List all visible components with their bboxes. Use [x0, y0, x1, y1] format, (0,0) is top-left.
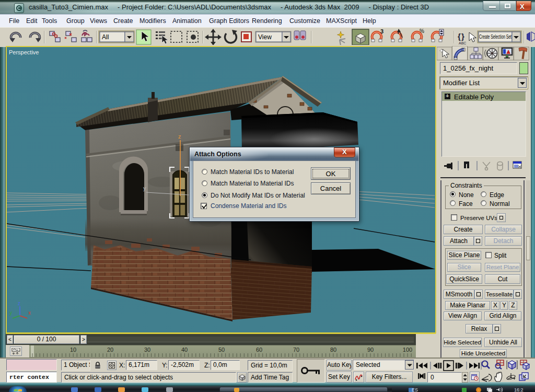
svg-text:Perspective: Perspective	[9, 49, 39, 55]
svg-text:3: 3	[380, 28, 383, 34]
svg-text:{ }: { }	[458, 32, 464, 41]
svg-text:%: %	[420, 28, 424, 34]
svg-text:10: 10	[70, 347, 76, 353]
svg-text:100: 100	[403, 347, 412, 353]
svg-text:90: 90	[367, 347, 374, 353]
svg-text:70: 70	[293, 347, 299, 353]
svg-text:Create Selection Set: Create Selection Set	[479, 34, 511, 40]
svg-text:30: 30	[144, 347, 150, 353]
svg-text:50: 50	[218, 347, 225, 353]
svg-text:y: y	[9, 310, 12, 316]
svg-text:40: 40	[181, 347, 188, 353]
svg-text:z: z	[178, 133, 181, 140]
svg-text:20: 20	[107, 347, 113, 353]
svg-text:x: x	[28, 310, 31, 316]
svg-text:y: y	[143, 185, 146, 191]
svg-text:View: View	[258, 33, 272, 41]
svg-text:80: 80	[330, 347, 336, 353]
svg-text:ABC: ABC	[459, 41, 466, 45]
svg-text:z: z	[18, 301, 20, 306]
svg-text:All: All	[102, 33, 109, 41]
svg-text:60: 60	[256, 347, 262, 353]
